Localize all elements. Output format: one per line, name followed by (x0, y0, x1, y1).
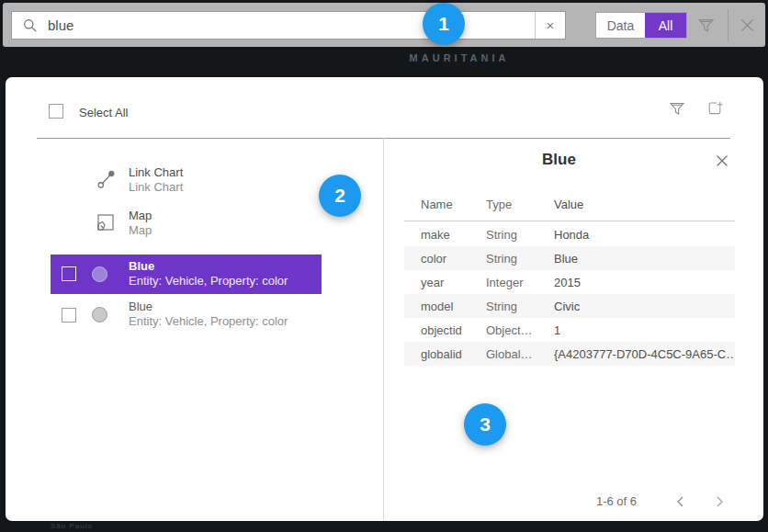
filter-icon[interactable] (697, 17, 715, 34)
cell-type: Object… (486, 323, 554, 337)
pagination-next-icon[interactable] (711, 493, 728, 510)
table-row[interactable]: year Integer 2015 (404, 270, 735, 294)
table-row[interactable]: model String Civic (404, 294, 735, 318)
item-subtitle: Map (129, 223, 152, 238)
select-all-label: Select All (79, 106, 128, 119)
table-row[interactable]: objectid Object… 1 (404, 318, 735, 342)
data-all-toggle: Data All (595, 12, 687, 39)
table-row[interactable]: make String Honda (404, 222, 735, 246)
toggle-option-data[interactable]: Data (596, 13, 645, 38)
item-title: Blue (129, 259, 154, 273)
toggle-option-all[interactable]: All (645, 13, 686, 38)
cell-name: color (421, 252, 486, 266)
callout-badge-3: 3 (464, 403, 506, 446)
add-to-selection-icon[interactable] (706, 100, 724, 118)
link-chart-icon (96, 169, 117, 189)
callout-badge-1: 1 (423, 3, 465, 45)
cell-type: String (486, 300, 554, 313)
entity-circle-icon (92, 266, 107, 282)
close-search-icon[interactable] (739, 17, 756, 34)
toolbar-divider (728, 9, 728, 41)
table-row[interactable]: color String Blue (404, 246, 735, 270)
cell-value: 1 (554, 323, 735, 337)
cell-type: String (486, 252, 554, 266)
item-checkbox[interactable] (62, 266, 76, 281)
map-label-sao-paulo: São Paulo (51, 522, 93, 530)
map-label-mauritania: MAURITANIA (358, 52, 560, 63)
entity-circle-icon (92, 307, 107, 323)
list-item-blue[interactable]: Blue Entity: Vehicle, Property: color (51, 299, 326, 335)
cell-value: Honda (554, 228, 735, 242)
pagination-prev-icon[interactable] (672, 493, 689, 510)
cell-name: objectid (421, 323, 486, 337)
cell-value: Blue (554, 252, 735, 266)
item-title: Blue (129, 300, 288, 314)
cell-name: make (421, 228, 486, 242)
search-toolbar: × Data All (3, 3, 765, 47)
item-subtitle: Entity: Vehicle, Property: color (129, 274, 288, 288)
table-row[interactable]: globalid Global… {A4203777-D70D-4C5C-9A6… (404, 342, 735, 366)
clear-search-button[interactable]: × (535, 12, 565, 39)
cell-name: globalid (421, 347, 486, 361)
callout-badge-2: 2 (319, 175, 361, 217)
table-header-divider (404, 221, 735, 221)
panel-divider (383, 138, 384, 520)
column-value: Value (554, 198, 735, 211)
cell-type: Integer (486, 276, 554, 289)
detail-close-icon[interactable] (715, 153, 729, 168)
list-item-blue-selected[interactable]: Blue Entity: Vehicle, Property: color (51, 255, 322, 294)
item-title: Map (129, 209, 152, 223)
search-icon (23, 18, 38, 33)
item-title: Link Chart (129, 165, 183, 180)
attribute-table: make String Honda color String Blue year… (404, 222, 735, 366)
results-filter-icon[interactable] (669, 100, 685, 117)
item-subtitle: Entity: Vehicle, Property: color (129, 314, 288, 329)
item-checkbox[interactable] (62, 308, 76, 323)
cell-value: Civic (554, 300, 735, 313)
select-all-checkbox[interactable] (49, 104, 63, 119)
column-name: Name (421, 198, 486, 211)
column-type: Type (486, 198, 554, 211)
search-results-dialog: Select All Link Chart Link Chart Map Map… (6, 77, 763, 521)
cell-name: model (421, 300, 486, 313)
item-subtitle: Link Chart (129, 180, 183, 195)
search-box[interactable]: × (11, 11, 566, 40)
detail-title: Blue (465, 151, 653, 169)
cell-name: year (421, 276, 486, 289)
app-root: { "map": { "label_top": "WESTERN", "labe… (0, 0, 768, 532)
cell-value: 2015 (554, 276, 735, 289)
map-icon (96, 213, 115, 232)
pagination-label: 1-6 of 6 (575, 494, 658, 508)
cell-value: {A4203777-D70D-4C5C-9A65-C… (554, 347, 735, 361)
table-header: Name Type Value (404, 198, 735, 211)
cell-type: Global… (486, 347, 554, 361)
cell-type: String (486, 228, 554, 242)
